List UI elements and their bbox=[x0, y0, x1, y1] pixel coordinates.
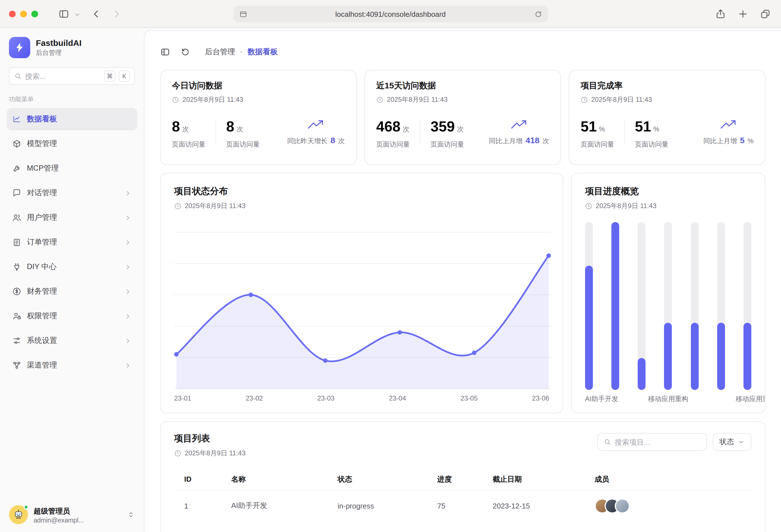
chevron-down-icon[interactable] bbox=[74, 11, 81, 18]
lightning-icon bbox=[14, 42, 25, 53]
metric-value: 51 bbox=[581, 118, 597, 135]
page-icon bbox=[239, 10, 247, 18]
tab-overview-icon[interactable] bbox=[760, 8, 771, 19]
cell-id: 1 bbox=[184, 501, 231, 510]
minimize-window-button[interactable] bbox=[20, 11, 27, 17]
sidebar-item-label: DIY 中心 bbox=[27, 262, 56, 272]
main-content: 后台管理 • 数据看板 今日访问数据 2025年8月9日 11:43 8次 页面… bbox=[144, 30, 781, 532]
chevron-right-icon bbox=[124, 288, 131, 295]
sidebar-item-users[interactable]: 用户管理 bbox=[7, 207, 137, 229]
column-header: 截止日期 bbox=[493, 474, 594, 484]
sidebar-toggle-icon[interactable] bbox=[58, 8, 70, 19]
metric-label: 页面访问量 bbox=[172, 140, 205, 149]
chevron-right-icon bbox=[124, 312, 131, 320]
trend: 同比昨天增长 8 次 bbox=[287, 118, 345, 146]
reload-icon[interactable] bbox=[534, 10, 542, 18]
metric: 468次 页面访问量 bbox=[376, 118, 410, 149]
sidebar-item-label: 财务管理 bbox=[27, 286, 57, 297]
bar-axis-label: 移动应用重构 bbox=[648, 394, 688, 404]
refresh-icon[interactable] bbox=[180, 47, 190, 57]
bar-fill bbox=[717, 323, 725, 390]
new-tab-icon[interactable] bbox=[737, 8, 748, 19]
bar-track bbox=[611, 222, 619, 390]
close-window-button[interactable] bbox=[9, 11, 16, 17]
sidebar-item-dashboard[interactable]: 数据看板 bbox=[7, 108, 137, 130]
member-avatar bbox=[615, 498, 630, 513]
bar-axis-label: 移动应用重构 bbox=[736, 394, 765, 404]
cell-status: in-progress bbox=[338, 501, 437, 510]
user-menu[interactable]: 超级管理员 admin@exampl... bbox=[0, 498, 144, 532]
progress-bars bbox=[585, 222, 751, 390]
cube-icon bbox=[12, 139, 21, 148]
forward-icon[interactable] bbox=[111, 8, 122, 19]
stat-date-text: 2025年8月9日 11:43 bbox=[591, 95, 652, 104]
sidebar-search[interactable]: ⌘ K bbox=[9, 67, 135, 85]
trend-prefix: 同比上月增 bbox=[489, 137, 523, 145]
sidebar-item-conversations[interactable]: 对话管理 bbox=[7, 182, 137, 204]
breadcrumb-root[interactable]: 后台管理 bbox=[205, 47, 235, 57]
app-name: FastbuildAI bbox=[36, 38, 81, 48]
project-search[interactable] bbox=[598, 433, 707, 451]
trending-up-icon bbox=[720, 119, 737, 130]
x-axis-label: 23-05 bbox=[460, 394, 478, 402]
status-chart-x-labels: 23-0123-0223-0323-0423-0523-06 bbox=[174, 394, 549, 402]
collapse-sidebar-icon[interactable] bbox=[160, 47, 170, 57]
metric-unit: 次 bbox=[237, 125, 243, 134]
clock-icon bbox=[581, 96, 588, 103]
status-chart-card: 项目状态分布 2025年8月9日 11:43 23-0123-0223-0323… bbox=[160, 173, 563, 413]
divider bbox=[420, 119, 420, 145]
sidebar-item-channels[interactable]: 渠道管理 bbox=[7, 354, 137, 376]
metric-value: 468 bbox=[376, 118, 401, 135]
kbd-k: K bbox=[119, 71, 130, 82]
chevron-right-icon bbox=[124, 337, 131, 344]
metric-label: 页面访问量 bbox=[376, 140, 410, 149]
url-text[interactable]: localhost:4091/console/dashboard bbox=[247, 10, 534, 18]
sidebar-item-label: 订单管理 bbox=[27, 237, 57, 247]
column-header: ID bbox=[184, 475, 231, 483]
share-icon[interactable] bbox=[715, 8, 726, 19]
sidebar-item-permissions[interactable]: 权限管理 bbox=[7, 305, 137, 327]
clock-icon bbox=[174, 450, 181, 457]
metric-label: 页面访问量 bbox=[430, 140, 464, 149]
zoom-window-button[interactable] bbox=[31, 11, 38, 17]
sidebar-item-mcp[interactable]: MCP管理 bbox=[7, 157, 137, 180]
trend-value: 5 bbox=[740, 135, 745, 145]
chevron-right-icon bbox=[124, 189, 131, 196]
back-icon[interactable] bbox=[91, 8, 102, 19]
status-filter-label: 状态 bbox=[720, 437, 734, 447]
breadcrumb-current[interactable]: 数据看板 bbox=[247, 47, 278, 57]
sliders-icon bbox=[12, 336, 21, 345]
sidebar-item-finance[interactable]: 财务管理 bbox=[7, 280, 137, 303]
projects-title: 项目列表 bbox=[174, 433, 246, 445]
status-line-chart bbox=[174, 222, 551, 390]
sidebar-item-diy[interactable]: DIY 中心 bbox=[7, 256, 137, 278]
sidebar-item-models[interactable]: 模型管理 bbox=[7, 133, 137, 155]
bar-fill bbox=[691, 323, 698, 390]
project-search-input[interactable] bbox=[615, 438, 701, 446]
projects-date-text: 2025年8月9日 11:43 bbox=[185, 449, 246, 458]
app-logo bbox=[9, 37, 30, 58]
traffic-lights bbox=[9, 11, 38, 17]
address-bar[interactable]: localhost:4091/console/dashboard bbox=[233, 6, 548, 23]
bar-track bbox=[743, 222, 751, 390]
sidebar-item-orders[interactable]: 订单管理 bbox=[7, 231, 137, 254]
sidebar-search-input[interactable] bbox=[25, 72, 101, 80]
table-row[interactable]: 1 AI助手开发 in-progress 75 2023-12-15 bbox=[174, 491, 751, 521]
bar-track bbox=[691, 222, 698, 390]
status-filter-dropdown[interactable]: 状态 bbox=[713, 433, 751, 451]
x-axis-label: 23-06 bbox=[532, 394, 549, 402]
metric-unit: 次 bbox=[457, 125, 464, 134]
app-subtitle: 后台管理 bbox=[36, 49, 81, 57]
sidebar-menu: 数据看板 模型管理 MCP管理 对话管理 用户管理 订 bbox=[0, 108, 144, 376]
chevron-right-icon bbox=[124, 263, 131, 270]
metric-unit: % bbox=[653, 125, 659, 133]
sidebar-item-label: 渠道管理 bbox=[27, 360, 57, 370]
trending-up-icon bbox=[307, 119, 324, 130]
app-logo-row: FastbuildAI 后台管理 bbox=[0, 28, 144, 63]
metric-unit: % bbox=[599, 125, 605, 133]
sidebar-item-label: 系统设置 bbox=[27, 336, 57, 346]
sidebar-item-settings[interactable]: 系统设置 bbox=[7, 329, 137, 352]
projects-card: 项目列表 2025年8月9日 11:43 状态 bbox=[160, 421, 765, 532]
divider bbox=[624, 119, 625, 145]
charts-row: 项目状态分布 2025年8月9日 11:43 23-0123-0223-0323… bbox=[160, 173, 765, 413]
